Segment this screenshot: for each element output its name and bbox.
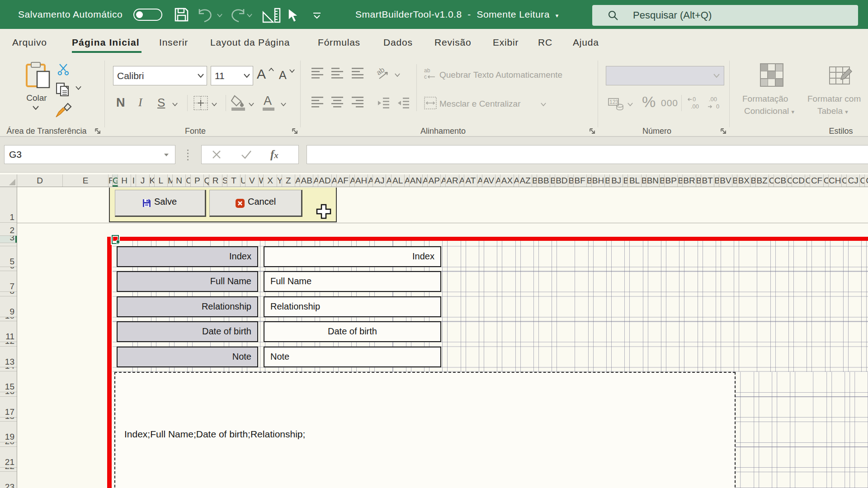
svg-text:123: 123 <box>609 99 618 105</box>
svg-text:c: c <box>424 74 427 80</box>
svg-text:ab: ab <box>377 67 386 77</box>
svg-text:0: 0 <box>716 103 719 110</box>
svg-text:0: 0 <box>693 96 696 103</box>
svg-text:ab: ab <box>424 68 430 74</box>
svg-text:.00: .00 <box>691 103 699 110</box>
svg-text:.00: .00 <box>709 96 717 103</box>
